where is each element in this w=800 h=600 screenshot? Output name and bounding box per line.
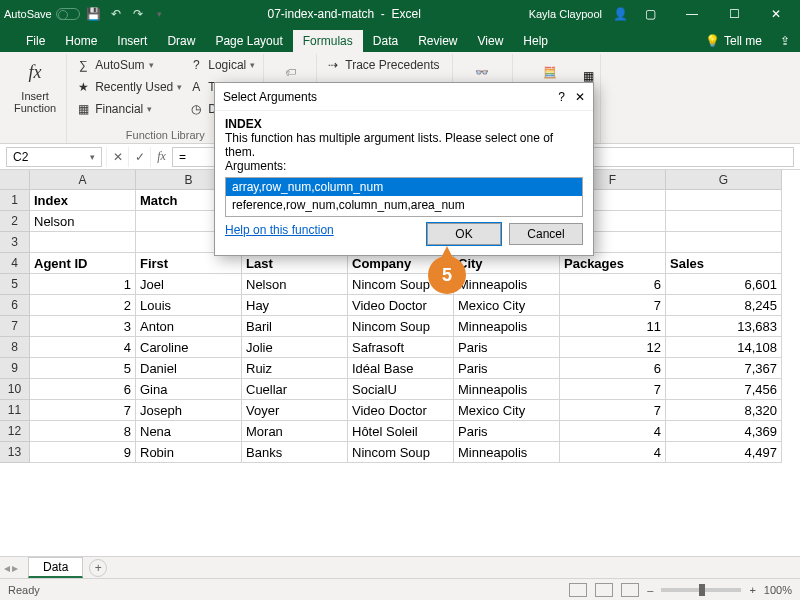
row-header[interactable]: 2 [0, 211, 30, 232]
tab-review[interactable]: Review [408, 30, 467, 52]
cell[interactable]: Index [30, 190, 136, 211]
cell[interactable]: Moran [242, 421, 348, 442]
cell[interactable]: Mexico City [454, 400, 560, 421]
page-layout-view-button[interactable] [595, 583, 613, 597]
cell[interactable]: Joel [136, 274, 242, 295]
cell[interactable]: 6 [560, 358, 666, 379]
cell[interactable]: Minneapolis [454, 379, 560, 400]
row-header[interactable]: 10 [0, 379, 30, 400]
qat-dropdown-icon[interactable]: ▾ [152, 6, 168, 22]
cell[interactable]: 6,601 [666, 274, 782, 295]
tab-data[interactable]: Data [363, 30, 408, 52]
arguments-listbox[interactable]: array,row_num,column_num reference,row_n… [225, 177, 583, 217]
financial-button[interactable]: ▦Financial▾ [73, 98, 184, 120]
cell[interactable]: Robin [136, 442, 242, 463]
cell[interactable]: 14,108 [666, 337, 782, 358]
cell[interactable]: Gina [136, 379, 242, 400]
row-header[interactable]: 1 [0, 190, 30, 211]
cancel-formula-button[interactable]: ✕ [106, 147, 128, 167]
cell[interactable]: 12 [560, 337, 666, 358]
cell[interactable]: 2 [30, 295, 136, 316]
cell[interactable]: Louis [136, 295, 242, 316]
tab-prev-icon[interactable]: ◂ [4, 561, 10, 575]
autosum-button[interactable]: ∑AutoSum▾ [73, 54, 184, 76]
col-header[interactable]: G [666, 170, 782, 190]
cell[interactable]: Jolie [242, 337, 348, 358]
row-header[interactable]: 3 [0, 232, 30, 253]
row-header[interactable]: 5 [0, 274, 30, 295]
save-icon[interactable]: 💾 [86, 6, 102, 22]
cell[interactable] [666, 190, 782, 211]
cell[interactable]: Caroline [136, 337, 242, 358]
user-name[interactable]: Kayla Claypool [521, 8, 610, 20]
toggle-off-icon[interactable] [56, 8, 80, 20]
maximize-button[interactable]: ☐ [714, 0, 754, 28]
cell[interactable]: 8,245 [666, 295, 782, 316]
recently-used-button[interactable]: ★Recently Used▾ [73, 76, 184, 98]
cell[interactable]: Nelson [30, 211, 136, 232]
row-header[interactable]: 4 [0, 253, 30, 274]
redo-icon[interactable]: ↷ [130, 6, 146, 22]
cell[interactable]: Safrasoft [348, 337, 454, 358]
cell[interactable]: 4 [560, 442, 666, 463]
cell[interactable]: 7,456 [666, 379, 782, 400]
zoom-in-button[interactable]: + [749, 584, 755, 596]
cell[interactable]: First [136, 253, 242, 274]
cell[interactable]: Joseph [136, 400, 242, 421]
user-avatar-icon[interactable]: 👤 [612, 6, 628, 22]
cell[interactable]: 5 [30, 358, 136, 379]
cell[interactable]: 3 [30, 316, 136, 337]
page-break-view-button[interactable] [621, 583, 639, 597]
select-all-corner[interactable] [0, 170, 30, 190]
cell[interactable]: Daniel [136, 358, 242, 379]
cell[interactable]: 4 [560, 421, 666, 442]
cell[interactable]: Nincom Soup [348, 316, 454, 337]
name-box[interactable]: C2▾ [6, 147, 102, 167]
cell[interactable]: 8,320 [666, 400, 782, 421]
cell[interactable]: SocialU [348, 379, 454, 400]
cell[interactable]: Mexico City [454, 295, 560, 316]
cell[interactable]: Nincom Soup [348, 442, 454, 463]
tab-draw[interactable]: Draw [157, 30, 205, 52]
cell[interactable]: 8 [30, 421, 136, 442]
cell[interactable]: Minneapolis [454, 274, 560, 295]
logical-button[interactable]: ?Logical▾ [186, 54, 257, 76]
cell[interactable]: 7 [560, 379, 666, 400]
row-header[interactable]: 7 [0, 316, 30, 337]
tab-help[interactable]: Help [513, 30, 558, 52]
row-header[interactable]: 6 [0, 295, 30, 316]
argument-option[interactable]: reference,row_num,column_num,area_num [226, 196, 582, 214]
cell[interactable]: 11 [560, 316, 666, 337]
row-header[interactable]: 11 [0, 400, 30, 421]
cancel-button[interactable]: Cancel [509, 223, 583, 245]
ok-button[interactable]: OK [427, 223, 501, 245]
cell[interactable]: Agent ID [30, 253, 136, 274]
tab-insert[interactable]: Insert [107, 30, 157, 52]
minimize-button[interactable]: — [672, 0, 712, 28]
tab-view[interactable]: View [468, 30, 514, 52]
cell[interactable]: Minneapolis [454, 442, 560, 463]
cell[interactable]: Ruiz [242, 358, 348, 379]
share-button[interactable]: ⇪ [770, 30, 800, 52]
row-header[interactable]: 9 [0, 358, 30, 379]
close-button[interactable]: ✕ [756, 0, 796, 28]
cell[interactable]: Video Doctor [348, 400, 454, 421]
cell[interactable]: Baril [242, 316, 348, 337]
cell[interactable]: 4 [30, 337, 136, 358]
cell[interactable]: Voyer [242, 400, 348, 421]
zoom-level[interactable]: 100% [764, 584, 792, 596]
dialog-close-button[interactable]: ✕ [575, 90, 585, 104]
insert-function-button[interactable]: fx Insert Function [10, 54, 60, 116]
cell[interactable]: 7 [560, 400, 666, 421]
sheet-tab-data[interactable]: Data [28, 557, 83, 578]
row-header[interactable]: 12 [0, 421, 30, 442]
row-header[interactable]: 8 [0, 337, 30, 358]
col-header[interactable]: A [30, 170, 136, 190]
cell[interactable]: Cuellar [242, 379, 348, 400]
cell[interactable]: 6 [30, 379, 136, 400]
cell[interactable]: Paris [454, 421, 560, 442]
row-header[interactable]: 13 [0, 442, 30, 463]
add-sheet-button[interactable]: + [89, 559, 107, 577]
dialog-help-button[interactable]: ? [558, 90, 565, 104]
cell[interactable]: Idéal Base [348, 358, 454, 379]
